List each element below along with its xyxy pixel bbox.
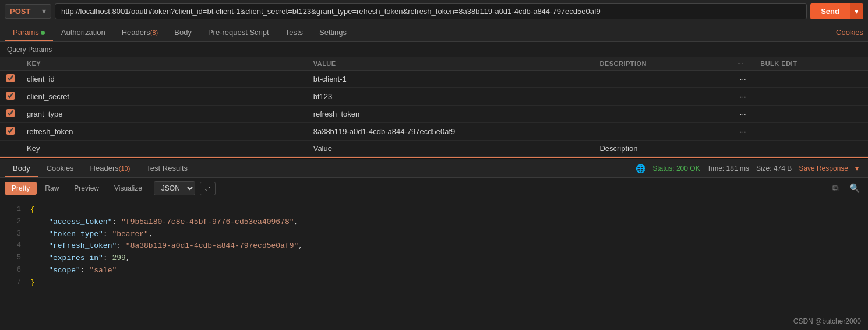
line-number: 7: [5, 277, 21, 289]
row-checkbox-cell[interactable]: [0, 71, 21, 88]
send-dropdown-button[interactable]: ▾: [850, 3, 863, 19]
col-check: [0, 57, 21, 71]
code-line: 5 "expires_in": 299,: [0, 252, 868, 265]
row-value: bt123: [308, 88, 594, 106]
save-response-button[interactable]: Save Response: [799, 164, 848, 173]
save-response-arrow[interactable]: ▾: [855, 164, 859, 173]
row-extra: [754, 123, 868, 141]
placeholder-extra: [754, 141, 868, 157]
placeholder-value[interactable]: Value: [308, 141, 594, 157]
globe-icon: 🌐: [636, 164, 645, 173]
row-value: bt-client-1: [308, 71, 594, 88]
method-arrow: ▾: [42, 7, 46, 16]
row-checkbox-cell[interactable]: [0, 123, 21, 141]
url-bar: POST ▾ Send ▾: [0, 0, 868, 23]
row-more[interactable]: ···: [731, 71, 754, 88]
code-line: 2 "access_token": "f9b5a180-7c8e-45bf-97…: [0, 216, 868, 229]
row-checkbox[interactable]: [6, 109, 15, 117]
row-value: 8a38b119-a0d1-4cdb-a844-797ecd5e0af9: [308, 123, 594, 141]
row-description: [594, 123, 731, 141]
format-select[interactable]: JSON XML HTML Text: [154, 181, 195, 195]
line-content: }: [30, 277, 35, 289]
line-content: {: [30, 204, 35, 216]
format-tab-pretty[interactable]: Pretty: [5, 182, 37, 195]
row-extra: [754, 106, 868, 123]
tab-pre-request[interactable]: Pre-request Script: [200, 23, 277, 41]
col-bulk-edit[interactable]: Bulk Edit: [754, 57, 868, 71]
send-group: Send ▾: [810, 3, 863, 19]
placeholder-more: [731, 141, 754, 157]
col-description: DESCRIPTION: [594, 57, 731, 71]
query-params-label: Query Params: [0, 42, 868, 57]
row-checkbox[interactable]: [6, 127, 15, 135]
placeholder-description[interactable]: Description: [594, 141, 731, 157]
resp-tab-test-results[interactable]: Test Results: [138, 159, 196, 177]
line-number: 5: [5, 252, 21, 265]
row-extra: [754, 88, 868, 106]
placeholder-check: [0, 141, 21, 157]
line-content: "refresh_token": "8a38b119-a0d1-4cdb-a84…: [30, 240, 303, 252]
method-value: POST: [10, 7, 30, 16]
tab-authorization[interactable]: Authorization: [53, 23, 114, 41]
line-content: "scope": "sale": [30, 265, 117, 277]
row-key: refresh_token: [21, 123, 308, 141]
line-content: "access_token": "f9b5a180-7c8e-45bf-9776…: [30, 216, 298, 229]
params-dot: [41, 31, 45, 35]
row-checkbox-cell[interactable]: [0, 106, 21, 123]
response-tabs: Body Cookies Headers(10) Test Results: [5, 159, 636, 177]
tab-body[interactable]: Body: [166, 23, 200, 41]
tab-settings[interactable]: Settings: [311, 23, 355, 41]
col-key: KEY: [21, 57, 308, 71]
row-key: client_id: [21, 71, 308, 88]
row-key: client_secret: [21, 88, 308, 106]
response-toolbar: Pretty Raw Preview Visualize JSON XML HT…: [0, 178, 868, 199]
response-header: Body Cookies Headers(10) Test Results 🌐 …: [0, 159, 868, 178]
row-checkbox[interactable]: [6, 92, 15, 100]
tab-params[interactable]: Params: [5, 23, 53, 41]
status-size: Size: 474 B: [756, 164, 792, 173]
wrap-button[interactable]: ⇌: [200, 182, 216, 195]
row-more[interactable]: ···: [731, 88, 754, 106]
placeholder-key[interactable]: Key: [21, 141, 308, 157]
toolbar-right: ⧉ 🔍: [830, 182, 863, 195]
table-row: refresh_token 8a38b119-a0d1-4cdb-a844-79…: [0, 123, 868, 141]
format-tab-visualize[interactable]: Visualize: [107, 182, 149, 195]
params-table: KEY VALUE DESCRIPTION ··· Bulk Edit clie…: [0, 57, 868, 157]
cookies-link[interactable]: Cookies: [836, 23, 863, 41]
code-area: 1{2 "access_token": "f9b5a180-7c8e-45bf-…: [0, 199, 868, 330]
resp-tab-cookies[interactable]: Cookies: [38, 159, 82, 177]
line-number: 2: [5, 216, 21, 229]
row-key: grant_type: [21, 106, 308, 123]
url-input[interactable]: [55, 3, 807, 19]
resp-tab-headers[interactable]: Headers(10): [82, 159, 139, 177]
table-row: grant_type refresh_token ···: [0, 106, 868, 123]
method-select[interactable]: POST ▾: [5, 4, 51, 19]
status-time: Time: 181 ms: [707, 164, 749, 173]
tab-tests[interactable]: Tests: [277, 23, 311, 41]
status-info: 🌐 Status: 200 OK Time: 181 ms Size: 474 …: [636, 164, 863, 173]
row-more[interactable]: ···: [731, 106, 754, 123]
send-button[interactable]: Send: [810, 3, 850, 19]
col-value: VALUE: [308, 57, 594, 71]
row-more[interactable]: ···: [731, 123, 754, 141]
status-code: Status: 200 OK: [652, 164, 700, 173]
code-line: 4 "refresh_token": "8a38b119-a0d1-4cdb-a…: [0, 240, 868, 252]
row-description: [594, 106, 731, 123]
code-line: 3 "token_type": "bearer",: [0, 229, 868, 241]
format-tab-preview[interactable]: Preview: [67, 182, 106, 195]
col-more: ···: [731, 57, 754, 71]
row-checkbox-cell[interactable]: [0, 88, 21, 106]
line-content: "token_type": "bearer",: [30, 229, 153, 241]
copy-button[interactable]: ⧉: [830, 182, 842, 195]
resp-tab-body[interactable]: Body: [5, 159, 38, 177]
row-checkbox[interactable]: [6, 74, 15, 82]
row-description: [594, 88, 731, 106]
row-description: [594, 71, 731, 88]
line-number: 1: [5, 204, 21, 216]
line-content: "expires_in": 299,: [30, 252, 130, 265]
tab-headers[interactable]: Headers(8): [114, 23, 167, 41]
format-tab-raw[interactable]: Raw: [38, 182, 66, 195]
search-button[interactable]: 🔍: [846, 182, 863, 195]
code-line: 1{: [0, 204, 868, 216]
table-row: client_secret bt123 ···: [0, 88, 868, 106]
